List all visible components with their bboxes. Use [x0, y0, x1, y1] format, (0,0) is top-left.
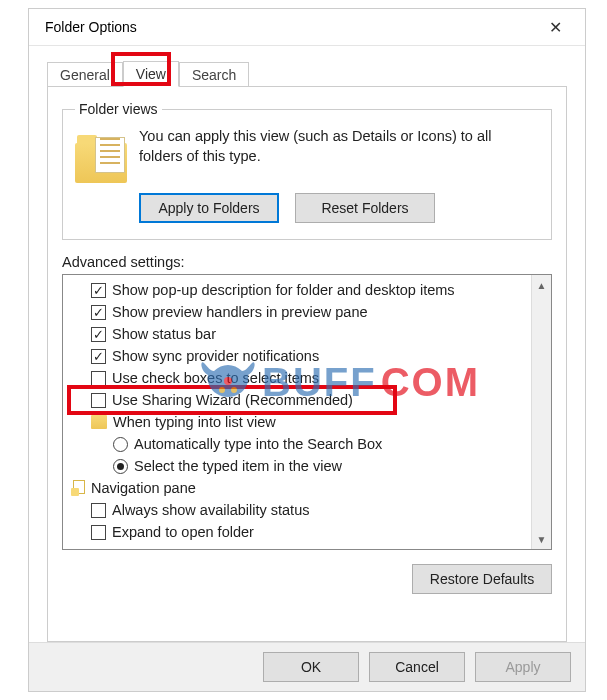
tree-item-label: Use check boxes to select items — [112, 370, 319, 386]
checkbox-icon[interactable] — [91, 283, 106, 298]
tree-item[interactable]: Always show availability status — [71, 499, 529, 521]
close-button[interactable]: ✕ — [535, 12, 575, 42]
folder-views-group: Folder views You can apply this view (su… — [62, 101, 552, 240]
advanced-settings-label: Advanced settings: — [62, 254, 552, 270]
folder-icon — [91, 415, 107, 429]
dialog-footer: OK Cancel Apply — [29, 642, 585, 691]
folder-views-legend: Folder views — [75, 101, 162, 117]
tree-item-label: Navigation pane — [91, 480, 196, 496]
tree-item-label: Automatically type into the Search Box — [134, 436, 382, 452]
dialog-body: General View Search Folder views You can… — [29, 46, 585, 642]
tree-item[interactable]: Use check boxes to select items — [71, 367, 529, 389]
checkbox-icon[interactable] — [91, 371, 106, 386]
tree-item-label: Show status bar — [112, 326, 216, 342]
tree-item[interactable]: Automatically type into the Search Box — [71, 433, 529, 455]
checkbox-icon[interactable] — [91, 349, 106, 364]
folder-views-row: You can apply this view (such as Details… — [75, 127, 539, 183]
folder-views-buttons: Apply to Folders Reset Folders — [139, 193, 539, 223]
tree-item-label: Select the typed item in the view — [134, 458, 342, 474]
tree-item[interactable]: Show status bar — [71, 323, 529, 345]
dialog-window: Folder Options ✕ General View Search Fol… — [28, 8, 586, 692]
checkbox-icon[interactable] — [91, 503, 106, 518]
tree-item[interactable]: Expand to open folder — [71, 521, 529, 543]
ok-button[interactable]: OK — [263, 652, 359, 682]
tabpanel-view: Folder views You can apply this view (su… — [47, 86, 567, 642]
radio-icon[interactable] — [113, 437, 128, 452]
scroll-down-button[interactable]: ▼ — [532, 529, 551, 549]
restore-defaults-button[interactable]: Restore Defaults — [412, 564, 552, 594]
advanced-settings-tree[interactable]: Show pop-up description for folder and d… — [63, 275, 531, 549]
scroll-up-button[interactable]: ▲ — [532, 275, 551, 295]
tree-item[interactable]: Use Sharing Wizard (Recommended) — [71, 389, 529, 411]
checkbox-icon[interactable] — [91, 305, 106, 320]
tree-item-label: Always show availability status — [112, 502, 309, 518]
apply-to-folders-button[interactable]: Apply to Folders — [139, 193, 279, 223]
tree-item-label: Show pop-up description for folder and d… — [112, 282, 455, 298]
tree-item[interactable]: Navigation pane — [71, 477, 529, 499]
tabstrip: General View Search — [47, 56, 567, 86]
apply-button[interactable]: Apply — [475, 652, 571, 682]
radio-icon[interactable] — [113, 459, 128, 474]
checkbox-icon[interactable] — [91, 327, 106, 342]
tab-view[interactable]: View — [123, 61, 179, 87]
tree-item-label: Show sync provider notifications — [112, 348, 319, 364]
tree-item[interactable]: Show preview handlers in preview pane — [71, 301, 529, 323]
tree-item-label: Show preview handlers in preview pane — [112, 304, 368, 320]
scrollbar-vertical[interactable]: ▲ ▼ — [531, 275, 551, 549]
close-icon: ✕ — [549, 18, 562, 37]
restore-defaults-row: Restore Defaults — [62, 564, 552, 594]
folder-views-description: You can apply this view (such as Details… — [139, 127, 539, 166]
tree-item[interactable]: Select the typed item in the view — [71, 455, 529, 477]
checkbox-icon[interactable] — [91, 525, 106, 540]
tab-general[interactable]: General — [47, 62, 123, 87]
checkbox-icon[interactable] — [91, 393, 106, 408]
tree-item[interactable]: Show sync provider notifications — [71, 345, 529, 367]
tab-search[interactable]: Search — [179, 62, 249, 87]
window-title: Folder Options — [39, 19, 535, 35]
advanced-settings-listbox: Show pop-up description for folder and d… — [62, 274, 552, 550]
tree-item-label: Use Sharing Wizard (Recommended) — [112, 392, 353, 408]
tree-item[interactable]: Show pop-up description for folder and d… — [71, 279, 529, 301]
tree-item-label: Expand to open folder — [112, 524, 254, 540]
cancel-button[interactable]: Cancel — [369, 652, 465, 682]
titlebar: Folder Options ✕ — [29, 9, 585, 46]
navigation-pane-icon — [71, 480, 85, 496]
folder-icon — [75, 131, 127, 183]
reset-folders-button[interactable]: Reset Folders — [295, 193, 435, 223]
tree-item[interactable]: When typing into list view — [71, 411, 529, 433]
tree-item-label: When typing into list view — [113, 414, 276, 430]
